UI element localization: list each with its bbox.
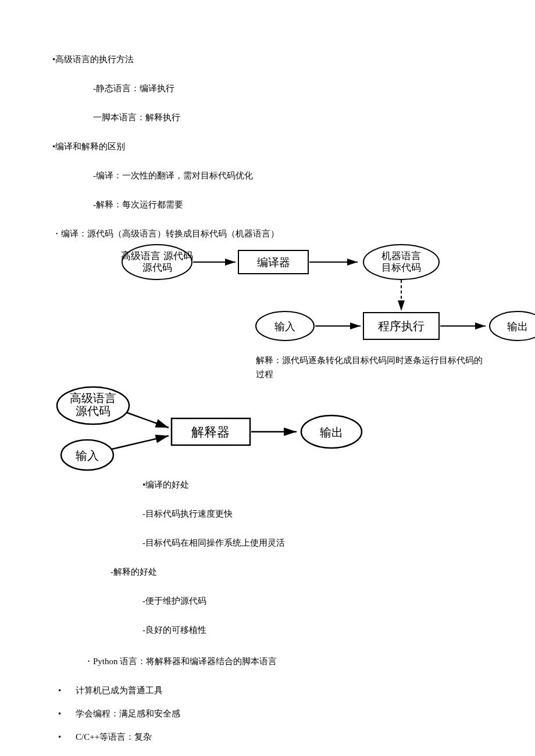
label-src2-1: 高级语言 <box>70 392 116 404</box>
label-source-code-1: 高级语言 源代码 <box>121 250 192 261</box>
compile-diagram: 高级语言 源代码 源代码 编译器 机器语言 目标代码 输入 程序执行 输出 <box>116 242 535 352</box>
label-interpreter: 解释器 <box>191 425 230 439</box>
adv-interp-2: -良好的可移植性 <box>142 623 483 637</box>
list-item: C/C++等语言：复杂 <box>52 730 483 744</box>
label-output-2: 输出 <box>320 426 343 439</box>
bullet-list: 计算机已成为普通工具 学会编程：满足感和安全感 C/C++等语言：复杂 <box>52 683 483 744</box>
compile-definition: ・编译：源代码（高级语言）转换成目标代码（机器语言） <box>52 227 483 241</box>
label-input-2: 输入 <box>76 449 99 462</box>
adv-compile-2: -目标代码在相同操作系统上使用灵活 <box>142 536 483 550</box>
label-output: 输出 <box>507 321 528 332</box>
label-src2-2: 源代码 <box>76 404 110 417</box>
label-source-code-2: 源代码 <box>142 262 172 273</box>
arrow-input-to-interp <box>112 436 169 449</box>
heading-exec-methods: •高级语言的执行方法 <box>52 52 483 66</box>
heading-compile-advantages: •编译的好处 <box>142 478 483 492</box>
interpret-diagram: 高级语言 源代码 输入 解释器 输出 <box>52 382 378 475</box>
adv-compile-1: -目标代码执行速度更快 <box>142 507 483 521</box>
label-input: 输入 <box>274 321 295 332</box>
interpret-definition: 解释：源代码逐条转化成目标代码同时逐条运行目标代码的过程 <box>256 353 483 381</box>
adv-interp-1: -便于维护源代码 <box>142 594 483 608</box>
heading-compile-interpret-diff: •编译和解释的区别 <box>52 139 483 153</box>
list-item: 学会编程：满足感和安全感 <box>52 707 483 721</box>
label-target-1: 机器语言 <box>381 250 421 261</box>
arrow-src-to-interp <box>127 413 169 428</box>
item-compile-once: -编译：一次性的翻译，需对目标代码优化 <box>93 169 483 182</box>
label-compiler: 编译器 <box>257 256 290 268</box>
label-target-2: 目标代码 <box>381 262 421 273</box>
item-static-lang: -静态语言：编译执行 <box>93 81 483 95</box>
python-line: ・Python 语言：将解释器和编译器结合的脚本语言 <box>84 654 483 668</box>
label-exec: 程序执行 <box>378 320 425 332</box>
list-item: 计算机已成为普通工具 <box>52 683 483 697</box>
document-page: •高级语言的执行方法 -静态语言：编译执行 一脚本语言：解释执行 •编译和解释的… <box>0 0 535 756</box>
heading-interpret-advantages: -解释的好处 <box>110 565 483 579</box>
item-script-lang: 一脚本语言：解释执行 <box>93 110 483 124</box>
item-interpret-every: -解释：每次运行都需要 <box>93 198 483 212</box>
